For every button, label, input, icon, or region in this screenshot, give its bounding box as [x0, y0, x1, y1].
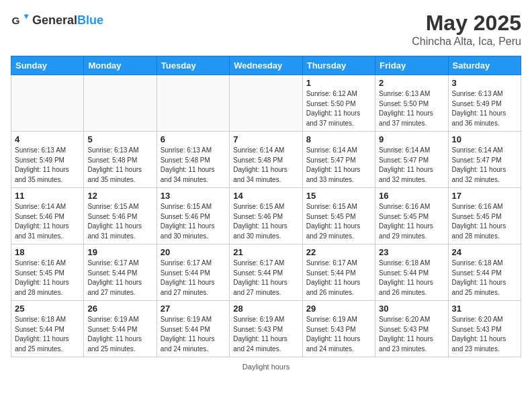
calendar-cell [84, 75, 157, 132]
weekday-header-sunday: Sunday [11, 56, 84, 75]
day-number: 27 [161, 304, 226, 314]
day-number: 30 [379, 304, 444, 314]
day-number: 28 [233, 304, 298, 314]
day-number: 9 [379, 134, 444, 144]
day-info: Sunrise: 6:16 AM Sunset: 5:45 PM Dayligh… [15, 259, 80, 298]
calendar-cell: 21Sunrise: 6:17 AM Sunset: 5:44 PM Dayli… [230, 244, 302, 301]
day-info: Sunrise: 6:14 AM Sunset: 5:47 PM Dayligh… [452, 146, 517, 185]
day-info: Sunrise: 6:13 AM Sunset: 5:50 PM Dayligh… [379, 89, 444, 128]
calendar-cell: 28Sunrise: 6:19 AM Sunset: 5:43 PM Dayli… [230, 301, 302, 357]
calendar-table: SundayMondayTuesdayWednesdayThursdayFrid… [11, 56, 521, 357]
calendar-cell: 29Sunrise: 6:19 AM Sunset: 5:43 PM Dayli… [302, 301, 375, 357]
calendar-cell: 6Sunrise: 6:13 AM Sunset: 5:48 PM Daylig… [157, 132, 229, 188]
day-info: Sunrise: 6:15 AM Sunset: 5:46 PM Dayligh… [87, 202, 152, 241]
calendar-cell: 30Sunrise: 6:20 AM Sunset: 5:43 PM Dayli… [375, 301, 448, 357]
header: G GeneralBlue May 2025 Chincha Alta, Ica… [11, 11, 521, 48]
week-row-2: 4Sunrise: 6:13 AM Sunset: 5:49 PM Daylig… [11, 132, 521, 188]
day-number: 7 [233, 134, 298, 144]
calendar-cell: 12Sunrise: 6:15 AM Sunset: 5:46 PM Dayli… [84, 188, 157, 244]
calendar-cell: 2Sunrise: 6:13 AM Sunset: 5:50 PM Daylig… [375, 75, 448, 132]
weekday-header-tuesday: Tuesday [157, 56, 229, 75]
day-info: Sunrise: 6:17 AM Sunset: 5:44 PM Dayligh… [161, 259, 226, 298]
day-number: 5 [87, 134, 152, 144]
weekday-header-wednesday: Wednesday [230, 56, 302, 75]
calendar-cell: 4Sunrise: 6:13 AM Sunset: 5:49 PM Daylig… [11, 132, 84, 188]
calendar-cell [157, 75, 229, 132]
day-info: Sunrise: 6:19 AM Sunset: 5:43 PM Dayligh… [306, 315, 371, 354]
day-info: Sunrise: 6:15 AM Sunset: 5:45 PM Dayligh… [306, 202, 371, 241]
day-info: Sunrise: 6:19 AM Sunset: 5:44 PM Dayligh… [161, 315, 226, 354]
logo-general: General [32, 13, 77, 27]
day-info: Sunrise: 6:16 AM Sunset: 5:45 PM Dayligh… [452, 202, 517, 241]
day-info: Sunrise: 6:18 AM Sunset: 5:44 PM Dayligh… [379, 259, 444, 298]
calendar-cell: 27Sunrise: 6:19 AM Sunset: 5:44 PM Dayli… [157, 301, 229, 357]
day-info: Sunrise: 6:15 AM Sunset: 5:46 PM Dayligh… [233, 202, 298, 241]
calendar-cell: 25Sunrise: 6:18 AM Sunset: 5:44 PM Dayli… [11, 301, 84, 357]
day-info: Sunrise: 6:12 AM Sunset: 5:50 PM Dayligh… [306, 89, 371, 128]
day-number: 20 [161, 247, 226, 257]
calendar-cell: 23Sunrise: 6:18 AM Sunset: 5:44 PM Dayli… [375, 244, 448, 301]
calendar-cell: 13Sunrise: 6:15 AM Sunset: 5:46 PM Dayli… [157, 188, 229, 244]
calendar-cell: 18Sunrise: 6:16 AM Sunset: 5:45 PM Dayli… [11, 244, 84, 301]
day-info: Sunrise: 6:14 AM Sunset: 5:48 PM Dayligh… [233, 146, 298, 185]
day-info: Sunrise: 6:19 AM Sunset: 5:44 PM Dayligh… [87, 315, 152, 354]
day-number: 29 [306, 304, 371, 314]
weekday-header-friday: Friday [375, 56, 448, 75]
logo-blue: Blue [77, 13, 103, 27]
week-row-3: 11Sunrise: 6:14 AM Sunset: 5:46 PM Dayli… [11, 188, 521, 244]
day-number: 4 [15, 134, 80, 144]
calendar-cell: 31Sunrise: 6:20 AM Sunset: 5:43 PM Dayli… [448, 301, 521, 357]
logo-text: GeneralBlue [32, 13, 103, 28]
week-row-1: 1Sunrise: 6:12 AM Sunset: 5:50 PM Daylig… [11, 75, 521, 132]
day-number: 11 [15, 191, 80, 201]
day-number: 3 [452, 78, 517, 88]
day-info: Sunrise: 6:16 AM Sunset: 5:45 PM Dayligh… [379, 202, 444, 241]
svg-marker-1 [24, 15, 29, 19]
calendar-cell: 3Sunrise: 6:13 AM Sunset: 5:49 PM Daylig… [448, 75, 521, 132]
day-info: Sunrise: 6:17 AM Sunset: 5:44 PM Dayligh… [306, 259, 371, 298]
day-info: Sunrise: 6:13 AM Sunset: 5:49 PM Dayligh… [15, 146, 80, 185]
day-info: Sunrise: 6:19 AM Sunset: 5:43 PM Dayligh… [233, 315, 298, 354]
weekday-header-row: SundayMondayTuesdayWednesdayThursdayFrid… [11, 56, 521, 75]
day-number: 22 [306, 247, 371, 257]
calendar-cell: 16Sunrise: 6:16 AM Sunset: 5:45 PM Dayli… [375, 188, 448, 244]
footer-note: Daylight hours [11, 363, 521, 371]
calendar-cell: 26Sunrise: 6:19 AM Sunset: 5:44 PM Dayli… [84, 301, 157, 357]
day-info: Sunrise: 6:18 AM Sunset: 5:44 PM Dayligh… [15, 315, 80, 354]
day-number: 18 [15, 247, 80, 257]
calendar-cell: 8Sunrise: 6:14 AM Sunset: 5:47 PM Daylig… [302, 132, 375, 188]
calendar-cell: 24Sunrise: 6:18 AM Sunset: 5:44 PM Dayli… [448, 244, 521, 301]
week-row-5: 25Sunrise: 6:18 AM Sunset: 5:44 PM Dayli… [11, 301, 521, 357]
day-info: Sunrise: 6:13 AM Sunset: 5:48 PM Dayligh… [161, 146, 226, 185]
day-number: 15 [306, 191, 371, 201]
calendar-cell: 11Sunrise: 6:14 AM Sunset: 5:46 PM Dayli… [11, 188, 84, 244]
day-number: 17 [452, 191, 517, 201]
day-number: 14 [233, 191, 298, 201]
calendar-cell: 1Sunrise: 6:12 AM Sunset: 5:50 PM Daylig… [302, 75, 375, 132]
location-title: Chincha Alta, Ica, Peru [412, 36, 521, 48]
day-info: Sunrise: 6:20 AM Sunset: 5:43 PM Dayligh… [452, 315, 517, 354]
weekday-header-thursday: Thursday [302, 56, 375, 75]
calendar-cell [11, 75, 84, 132]
weekday-header-monday: Monday [84, 56, 157, 75]
title-area: May 2025 Chincha Alta, Ica, Peru [412, 11, 521, 48]
logo: G GeneralBlue [11, 11, 103, 30]
day-number: 6 [161, 134, 226, 144]
weekday-header-saturday: Saturday [448, 56, 521, 75]
day-info: Sunrise: 6:15 AM Sunset: 5:46 PM Dayligh… [161, 202, 226, 241]
calendar-cell: 7Sunrise: 6:14 AM Sunset: 5:48 PM Daylig… [230, 132, 302, 188]
calendar-cell: 14Sunrise: 6:15 AM Sunset: 5:46 PM Dayli… [230, 188, 302, 244]
day-number: 21 [233, 247, 298, 257]
calendar-cell: 22Sunrise: 6:17 AM Sunset: 5:44 PM Dayli… [302, 244, 375, 301]
day-number: 8 [306, 134, 371, 144]
day-number: 12 [87, 191, 152, 201]
day-info: Sunrise: 6:13 AM Sunset: 5:48 PM Dayligh… [87, 146, 152, 185]
day-number: 31 [452, 304, 517, 314]
day-info: Sunrise: 6:17 AM Sunset: 5:44 PM Dayligh… [233, 259, 298, 298]
day-info: Sunrise: 6:13 AM Sunset: 5:49 PM Dayligh… [452, 89, 517, 128]
day-number: 1 [306, 78, 371, 88]
svg-text:G: G [11, 15, 19, 26]
calendar-cell: 17Sunrise: 6:16 AM Sunset: 5:45 PM Dayli… [448, 188, 521, 244]
day-info: Sunrise: 6:14 AM Sunset: 5:47 PM Dayligh… [379, 146, 444, 185]
logo-icon: G [11, 11, 30, 30]
